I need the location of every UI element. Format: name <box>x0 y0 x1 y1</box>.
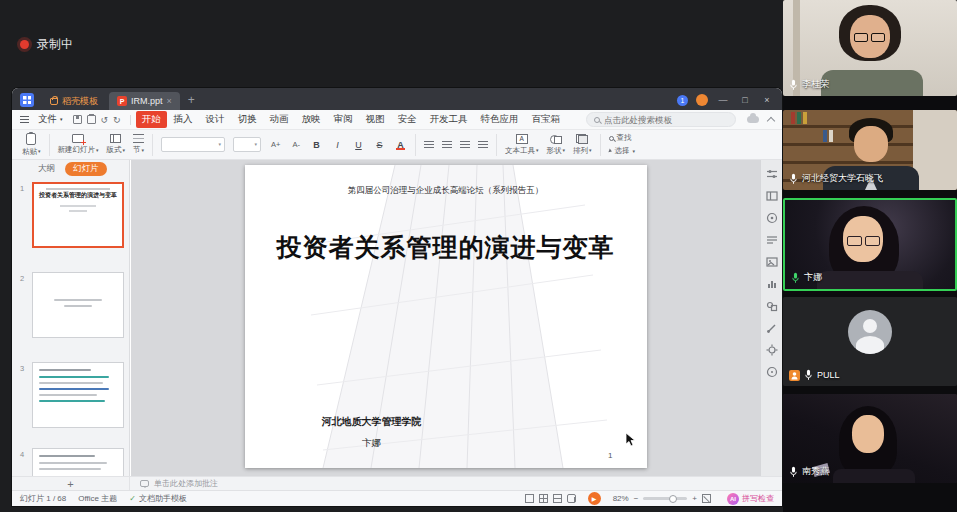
slide-thumbnail-2[interactable] <box>32 272 124 338</box>
menu-tab-animation[interactable]: 动画 <box>264 111 295 128</box>
menu-tab-slideshow[interactable]: 放映 <box>296 111 327 128</box>
help-pane-icon[interactable] <box>766 366 778 378</box>
layout-pane-icon[interactable] <box>766 190 778 202</box>
select-button[interactable]: 选择 ▾ <box>609 146 636 156</box>
theme-name: Office 主题 <box>78 493 117 504</box>
align-center-button[interactable] <box>442 141 452 149</box>
avatar-body-shape <box>856 336 884 354</box>
cloud-sync-icon[interactable] <box>747 116 759 123</box>
collapse-ribbon-icon[interactable] <box>767 116 775 124</box>
new-tab-button[interactable]: + <box>188 93 195 107</box>
slide-organization-textbox[interactable]: 河北地质大学管理学院 <box>267 415 477 429</box>
thumbnail-text-placeholder <box>39 376 109 378</box>
minimize-button[interactable]: — <box>716 95 730 105</box>
slide-sorter-view-button[interactable] <box>539 494 548 503</box>
slide-counter: 幻灯片 1 / 68 <box>20 493 66 504</box>
animation-pane-icon[interactable] <box>766 212 778 224</box>
search-input[interactable] <box>604 115 728 125</box>
grow-font-button[interactable]: A+ <box>269 139 282 150</box>
font-family-select[interactable]: ▾ <box>161 137 225 152</box>
zoom-out-button[interactable]: − <box>634 494 639 503</box>
comment-hint[interactable]: 单击此处添加批注 <box>140 478 218 489</box>
play-slideshow-button[interactable]: ▶ <box>588 492 601 505</box>
save-icon[interactable] <box>73 115 82 124</box>
section-button[interactable]: 节▾ <box>133 134 144 155</box>
slide-thumbnail-1[interactable]: 投资者关系管理的演进与变革 <box>32 182 124 248</box>
menu-tab-home[interactable]: 开始 <box>136 111 167 128</box>
mic-icon <box>789 79 798 91</box>
participant-tile[interactable]: 河北经贸大学石晓飞 <box>783 110 957 190</box>
redo-icon[interactable]: ↻ <box>113 115 121 125</box>
menu-tab-insert[interactable]: 插入 <box>168 111 199 128</box>
reading-view-button[interactable] <box>553 494 562 503</box>
slide-subtitle-textbox[interactable]: 第四届公司治理与企业成长高端论坛（系列报告五） <box>245 185 647 197</box>
strikethrough-button[interactable]: S <box>373 138 386 151</box>
menu-tab-view[interactable]: 视图 <box>360 111 391 128</box>
menu-tab-toolbox[interactable]: 百宝箱 <box>526 111 567 128</box>
font-color-button[interactable]: A <box>394 138 407 151</box>
add-slide-button[interactable]: + <box>12 477 130 490</box>
arrange-button[interactable]: 排列▾ <box>573 134 592 156</box>
undo-icon[interactable]: ↺ <box>101 115 109 125</box>
find-label: 查找 <box>617 133 632 143</box>
menu-tab-transition[interactable]: 切换 <box>232 111 263 128</box>
background-texture <box>913 110 957 190</box>
fit-slide-button[interactable] <box>702 494 711 503</box>
participant-tile[interactable]: PULL <box>783 297 957 386</box>
tab-close-icon[interactable]: × <box>167 96 172 106</box>
brush-pane-icon[interactable] <box>766 322 778 334</box>
gear-pane-icon[interactable] <box>766 344 778 356</box>
tab-document[interactable]: P IRM.ppt × <box>109 92 180 110</box>
slides-tab[interactable]: 幻灯片 <box>65 162 107 176</box>
tab-docker-templates[interactable]: 稻壳模板 <box>42 92 106 110</box>
current-slide[interactable]: 第四届公司治理与企业成长高端论坛（系列报告五） 投资者关系管理的演进与变革 河北… <box>245 165 647 468</box>
zoom-slider-knob[interactable] <box>669 495 677 503</box>
slide-thumbnail-3[interactable] <box>32 362 124 428</box>
italic-button[interactable]: I <box>331 138 344 151</box>
menu-tab-devtools[interactable]: 开发工具 <box>424 111 474 128</box>
new-slide-button[interactable]: 新建幻灯片▾ <box>58 134 99 155</box>
notification-badge[interactable]: 1 <box>677 95 688 106</box>
close-button[interactable]: × <box>760 95 774 105</box>
zoom-in-button[interactable]: + <box>692 494 697 503</box>
print-icon[interactable] <box>87 115 96 124</box>
account-avatar[interactable] <box>696 94 708 106</box>
ai-assistant-button[interactable]: AI 拼写检查 <box>727 493 774 505</box>
align-right-button[interactable] <box>460 141 470 149</box>
find-button[interactable]: 查找 <box>609 133 636 143</box>
maximize-button[interactable]: □ <box>738 95 752 105</box>
menu-tab-design[interactable]: 设计 <box>200 111 231 128</box>
shrink-font-button[interactable]: A- <box>290 139 302 150</box>
menu-file[interactable]: 文件 ▾ <box>33 111 68 128</box>
paste-button[interactable]: 粘贴▾ <box>22 133 41 157</box>
slide-title-textbox[interactable]: 投资者关系管理的演进与变革 <box>245 231 647 264</box>
normal-view-button[interactable] <box>525 494 534 503</box>
menu-tab-review[interactable]: 审阅 <box>328 111 359 128</box>
participant-tile-speaking[interactable]: 卞娜 <box>783 198 957 291</box>
menu-tab-security[interactable]: 安全 <box>392 111 423 128</box>
thumbnail-text-placeholder <box>69 210 87 212</box>
layout-button[interactable]: 版式▾ <box>107 134 126 155</box>
bold-button[interactable]: B <box>310 138 323 151</box>
assistant-label: 文档助手模板 <box>139 493 187 504</box>
participant-tile[interactable]: 李桂荣 <box>783 0 957 96</box>
align-left-button[interactable] <box>424 141 434 149</box>
slideshow-view-button[interactable] <box>567 494 576 503</box>
menu-tab-features[interactable]: 特色应用 <box>475 111 525 128</box>
image-pane-icon[interactable] <box>766 256 778 268</box>
zoom-slider[interactable] <box>643 497 687 500</box>
chart-pane-icon[interactable] <box>766 278 778 290</box>
shapes-button[interactable]: 形状▾ <box>546 134 565 156</box>
template-search-box[interactable] <box>586 112 736 127</box>
font-size-select[interactable]: ▾ <box>233 137 261 152</box>
shapes-pane-icon[interactable] <box>766 300 778 312</box>
text-pane-icon[interactable] <box>766 234 778 246</box>
properties-sliders-icon[interactable] <box>766 168 778 180</box>
underline-button[interactable]: U <box>352 138 365 151</box>
outline-tab[interactable]: 大纲 <box>34 162 59 176</box>
text-tool-button[interactable]: A 文本工具▾ <box>505 134 539 156</box>
justify-button[interactable] <box>478 141 488 149</box>
slide-author-textbox[interactable]: 卞娜 <box>267 437 477 450</box>
participant-tile[interactable]: 南秀燕 <box>783 394 957 483</box>
wps-app-icon[interactable] <box>20 93 34 107</box>
